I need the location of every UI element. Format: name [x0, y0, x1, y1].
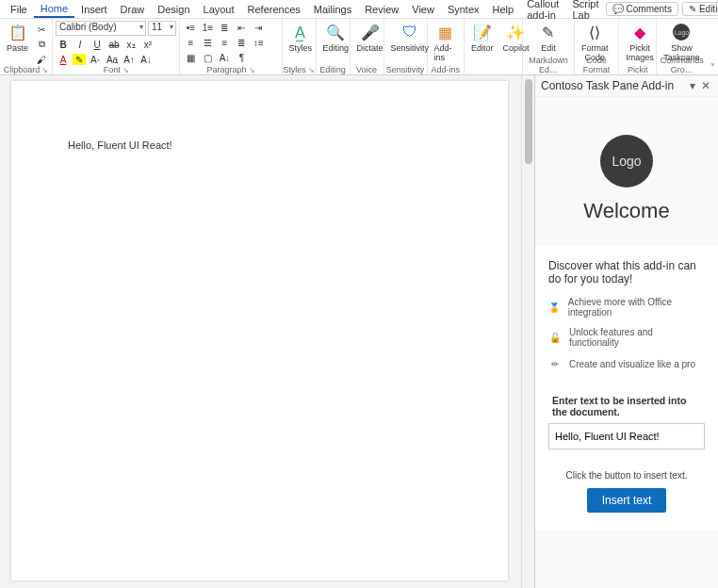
strike-button[interactable]: ab: [106, 38, 122, 51]
edit-icon: ✎: [539, 23, 558, 41]
tab-syntex[interactable]: Syntex: [441, 2, 486, 17]
tab-layout[interactable]: Layout: [197, 2, 241, 17]
line-spacing-button[interactable]: ↕≡: [251, 36, 266, 49]
tab-insert[interactable]: Insert: [74, 2, 114, 17]
copy-icon: ⧉: [39, 39, 45, 50]
insert-text-input[interactable]: [548, 423, 705, 449]
ribbon-badge-icon: 🏅: [548, 301, 561, 314]
markdown-edit-button[interactable]: ✎ Edit: [526, 21, 571, 55]
comment-icon: 💬: [612, 4, 624, 14]
editing-mode-button[interactable]: ✎ Editing ▾: [682, 2, 718, 16]
document-page[interactable]: Hello, Fluent UI React!: [11, 81, 508, 580]
paragraph-group-label: Paragraph: [206, 65, 246, 74]
tab-mailings[interactable]: Mailings: [307, 2, 358, 17]
tab-design[interactable]: Design: [151, 2, 196, 17]
ribbon: 📋 Paste ✂ ⧉ 🖌 Clipboard↘ Calibri (Body) …: [0, 19, 718, 75]
font-group-label: Font: [104, 65, 121, 74]
multilevel-button[interactable]: ≣: [217, 21, 232, 34]
vertical-scrollbar[interactable]: [521, 75, 534, 588]
editing-group-label-btn: Editing: [323, 43, 350, 53]
paragraph-launcher[interactable]: ↘: [249, 66, 255, 74]
decrease-indent-button[interactable]: ⇤: [234, 21, 249, 34]
bullets-button[interactable]: •≡: [183, 21, 198, 34]
tab-view[interactable]: View: [405, 2, 441, 17]
markdown-edit-label: Edit: [541, 43, 556, 53]
ribbon-collapse-button[interactable]: ˅: [710, 62, 715, 73]
subscript-button[interactable]: x₂: [123, 38, 139, 51]
paste-button[interactable]: 📋 Paste: [3, 21, 32, 55]
tab-help[interactable]: Help: [486, 2, 521, 17]
sensitivity-button[interactable]: 🛡 Sensitivity: [387, 21, 433, 55]
paste-label: Paste: [7, 43, 28, 53]
copy-button[interactable]: ⧉: [34, 38, 49, 51]
codeformat-group-label: Code Format: [575, 56, 618, 74]
brush-icon: 🖌: [37, 55, 46, 65]
superscript-button[interactable]: x²: [140, 38, 155, 51]
editing-button[interactable]: 🔍 Editing: [319, 21, 353, 55]
logo-icon: Logo: [672, 23, 691, 41]
mic-icon: 🎤: [361, 23, 380, 41]
format-painter-button[interactable]: 🖌: [34, 53, 49, 66]
sort-button[interactable]: A↓: [217, 51, 232, 64]
pane-logo: Logo: [600, 135, 653, 188]
tab-draw[interactable]: Draw: [114, 2, 152, 17]
voice-group-label: Voice: [351, 65, 383, 74]
align-left-button[interactable]: ≡: [183, 36, 198, 49]
shading-button[interactable]: ▦: [183, 51, 198, 64]
addins-button[interactable]: ▦ Add-ins: [431, 21, 461, 64]
tab-review[interactable]: Review: [358, 2, 405, 17]
align-right-button[interactable]: ≡: [217, 36, 232, 49]
comments-button[interactable]: 💬 Comments: [606, 2, 678, 16]
underline-button[interactable]: U: [90, 38, 105, 51]
styles-button[interactable]: A̲ Styles: [286, 21, 317, 55]
insert-text-button[interactable]: Insert text: [587, 488, 667, 513]
borders-button[interactable]: ▢: [200, 51, 215, 64]
sensitivity-icon: 🛡: [400, 23, 419, 41]
styles-label: Styles: [289, 43, 313, 53]
editor-label: Editor: [471, 43, 494, 53]
editor-icon: 📝: [473, 23, 492, 41]
find-icon: 🔍: [326, 23, 345, 41]
unlock-icon: 🔓: [548, 331, 562, 344]
justify-button[interactable]: ≣: [234, 36, 249, 49]
pane-dropdown-button[interactable]: ▾: [686, 79, 699, 92]
font-launcher[interactable]: ↘: [122, 66, 129, 74]
cut-button[interactable]: ✂: [34, 23, 49, 36]
shrink-font-button[interactable]: A↓: [139, 53, 154, 66]
pickit-button[interactable]: ◆ Pickit Images: [622, 21, 658, 64]
feature-item-1: 🏅 Achieve more with Office integration: [548, 297, 705, 318]
styles-icon: A̲: [291, 23, 310, 41]
font-size-select[interactable]: 11: [148, 21, 176, 36]
change-case-button[interactable]: Aa: [105, 53, 120, 66]
clear-format-button[interactable]: A◦: [88, 53, 103, 66]
font-family-select[interactable]: Calibri (Body): [56, 21, 146, 36]
scrollbar-thumb[interactable]: [525, 79, 532, 164]
styles-launcher[interactable]: ↘: [308, 66, 315, 74]
bold-button[interactable]: B: [56, 38, 71, 51]
tab-file[interactable]: File: [4, 2, 34, 17]
feature-item-2: 🔓 Unlock features and functionality: [548, 327, 705, 348]
tab-home[interactable]: Home: [34, 1, 74, 18]
align-center-button[interactable]: ☰: [200, 36, 215, 49]
editor-button[interactable]: 📝 Editor: [467, 21, 498, 55]
tab-references[interactable]: References: [241, 2, 307, 17]
document-area[interactable]: Hello, Fluent UI React!: [0, 75, 521, 588]
feature-2-text: Unlock features and functionality: [569, 327, 705, 348]
show-marks-button[interactable]: ¶: [234, 51, 249, 64]
numbering-button[interactable]: 1≡: [200, 21, 215, 34]
clipboard-launcher[interactable]: ↘: [41, 66, 48, 74]
code-icon: ⟨⟩: [585, 23, 604, 41]
dictate-button[interactable]: 🎤 Dictate: [353, 21, 387, 55]
font-color-button[interactable]: A: [56, 53, 71, 66]
pencil-icon: ✎: [689, 4, 696, 14]
feature-3-text: Create and visualize like a pro: [569, 359, 695, 369]
clipboard-group-label: Clipboard: [4, 65, 41, 74]
italic-button[interactable]: I: [73, 38, 88, 51]
pane-close-button[interactable]: ✕: [699, 79, 712, 92]
increase-indent-button[interactable]: ⇥: [251, 21, 266, 34]
pane-title: Contoso Task Pane Add-in: [541, 79, 674, 92]
clipboard-icon: 📋: [8, 23, 27, 41]
grow-font-button[interactable]: A↑: [122, 53, 137, 66]
highlight-button[interactable]: ✎: [73, 54, 86, 65]
task-pane: Contoso Task Pane Add-in ▾ ✕ Logo Welcom…: [534, 75, 718, 588]
